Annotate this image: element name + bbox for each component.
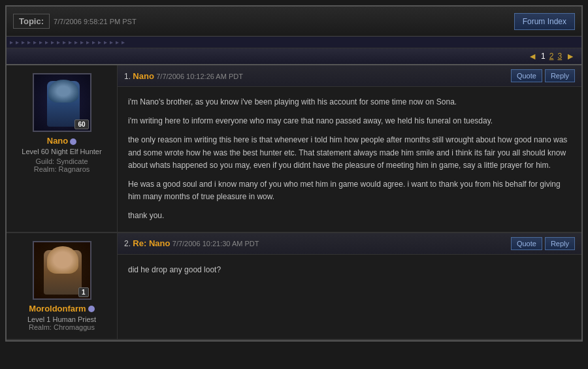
post-2-body: did he drop any good loot?: [118, 255, 581, 285]
post-2-actions: Quote Reply: [511, 237, 575, 250]
pagination-bar: ◄ 1 2 3 ►: [7, 48, 581, 65]
topic-date: 7/7/2006 9:58:21 PM PST: [54, 18, 137, 25]
post-2-header: 2. Re: Nano 7/7/2006 10:21:30 AM PDT Quo…: [118, 233, 581, 255]
post-1-user-col: 60 Nano Level 60 Night Elf Hunter Guild:…: [7, 65, 118, 232]
prev-page-button[interactable]: ◄: [528, 51, 537, 61]
post-2-user-title: Level 1 Human Priest: [27, 315, 96, 323]
post-2-username[interactable]: Moroldonfarm: [29, 304, 94, 313]
post-1-reply-button[interactable]: Reply: [545, 69, 575, 82]
post-1-user-guild: Guild: Syndicate: [35, 157, 88, 165]
deco-arrows: ▸ ▸ ▸ ▸ ▸ ▸ ▸ ▸ ▸ ▸ ▸ ▸ ▸ ▸ ▸ ▸ ▸ ▸ ▸ ▸: [10, 39, 578, 46]
next-page-button[interactable]: ►: [566, 51, 575, 61]
post-2-avatar-level: 1: [78, 287, 89, 297]
post-2-avatar-frame: 1: [33, 241, 91, 300]
post-2-content-col: 2. Re: Nano 7/7/2006 10:21:30 AM PDT Quo…: [118, 233, 581, 339]
post-2-quote-button[interactable]: Quote: [511, 237, 542, 250]
post-1-content-col: 1. Nano 7/7/2006 10:12:26 AM PDT Quote R…: [118, 65, 581, 232]
post-1-para-5: thank you.: [128, 210, 571, 222]
topic-header: Topic: 7/7/2006 9:58:21 PM PST Forum Ind…: [7, 7, 581, 37]
topic-label: Topic:: [13, 14, 50, 29]
post-2: 1 Moroldonfarm Level 1 Human Priest Real…: [7, 233, 581, 340]
post-1-username[interactable]: Nano: [47, 136, 77, 146]
post-1-date: 7/7/2006 10:12:26 AM PDT: [156, 72, 243, 80]
post-2-user-icon: [88, 306, 95, 312]
post-1-para-1: i'm Nano's brother, as you know i've bee…: [128, 96, 571, 108]
post-1-title: 1. Nano 7/7/2006 10:12:26 AM PDT: [124, 71, 243, 81]
post-1-user-realm: Realm: Ragnaros: [34, 165, 90, 173]
page-2-button[interactable]: 2: [549, 52, 554, 61]
page-3-button[interactable]: 3: [557, 52, 562, 61]
post-1-quote-button[interactable]: Quote: [511, 69, 542, 82]
post-1-avatar-level: 60: [74, 120, 88, 129]
topic-label-group: Topic: 7/7/2006 9:58:21 PM PST: [13, 14, 137, 29]
deco-bar: ▸ ▸ ▸ ▸ ▸ ▸ ▸ ▸ ▸ ▸ ▸ ▸ ▸ ▸ ▸ ▸ ▸ ▸ ▸ ▸: [7, 37, 581, 48]
post-1-para-2: i'm writing here to inform everyone who …: [128, 115, 571, 127]
post-2-reply-button[interactable]: Reply: [545, 237, 575, 250]
post-1-body: i'm Nano's brother, as you know i've bee…: [118, 87, 581, 232]
post-2-user-col: 1 Moroldonfarm Level 1 Human Priest Real…: [7, 233, 118, 339]
post-1-user-title: Level 60 Night Elf Hunter: [22, 148, 101, 155]
post-1-actions: Quote Reply: [511, 69, 575, 82]
main-window: Topic: 7/7/2006 9:58:21 PM PST Forum Ind…: [5, 5, 583, 342]
post-1: 60 Nano Level 60 Night Elf Hunter Guild:…: [7, 65, 581, 233]
post-1-header: 1. Nano 7/7/2006 10:12:26 AM PDT Quote R…: [118, 65, 581, 87]
page-1-button[interactable]: 1: [541, 52, 546, 61]
post-1-para-4: He was a good soul and i know many of yo…: [128, 178, 571, 203]
posts-container: 60 Nano Level 60 Night Elf Hunter Guild:…: [7, 65, 581, 340]
post-1-para-3: the only reason im writing this here is …: [128, 134, 571, 172]
post-2-para-1: did he drop any good loot?: [128, 264, 571, 276]
post-1-user-icon: [70, 138, 76, 145]
forum-index-button[interactable]: Forum Index: [514, 13, 575, 30]
post-1-avatar-frame: 60: [33, 73, 91, 132]
post-2-title: 2. Re: Nano 7/7/2006 10:21:30 AM PDT: [124, 238, 259, 248]
post-2-user-realm: Realm: Chromaggus: [29, 323, 95, 331]
post-2-date: 7/7/2006 10:21:30 AM PDT: [172, 240, 259, 248]
